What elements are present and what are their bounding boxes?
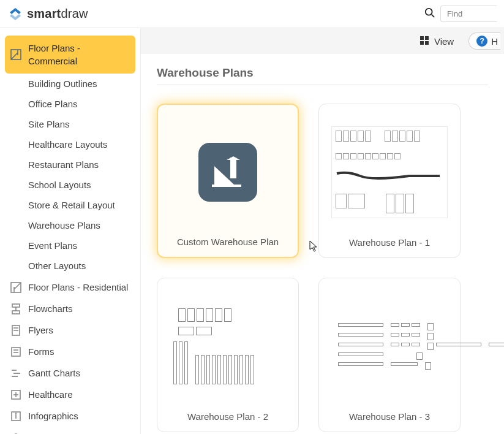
category-floor-plans-commercial[interactable]: Floor Plans - Commercial	[5, 36, 135, 74]
landscape-icon	[10, 432, 22, 435]
card-label: Warehouse Plan - 2	[187, 411, 268, 422]
category-label: Flowcharts	[28, 302, 73, 315]
card-label: Custom Warehouse Plan	[177, 237, 279, 247]
subcategory-list: Building Outlines Office Plans Site Plan…	[5, 74, 135, 276]
view-label: View	[434, 36, 454, 47]
content-area: View ? H Warehouse Plans Custom Warehous…	[141, 28, 504, 434]
help-button[interactable]: ? H	[468, 32, 500, 50]
category-floor-plans-residential[interactable]: Floor Plans - Residential	[5, 277, 135, 297]
sub-event-plans[interactable]: Event Plans	[26, 235, 135, 256]
view-button[interactable]: View	[411, 32, 462, 51]
card-preview	[325, 287, 454, 405]
brand-name: smartdraw	[27, 7, 88, 21]
custom-template-icon	[198, 143, 257, 202]
category-sidebar: Floor Plans - Commercial Building Outlin…	[0, 28, 141, 434]
infographic-icon	[10, 410, 22, 422]
svg-rect-4	[12, 304, 20, 307]
category-landscape-design[interactable]: Landscape Design	[5, 427, 135, 434]
svg-line-1	[432, 15, 435, 18]
svg-rect-35	[425, 36, 429, 40]
svg-rect-36	[420, 41, 424, 45]
brand-logo[interactable]: smartdraw	[7, 6, 88, 22]
category-gantt-charts[interactable]: Gantt Charts	[5, 363, 135, 383]
house-icon	[10, 281, 22, 294]
page-title: Warehouse Plans	[157, 66, 488, 85]
content-toolbar: View ? H	[141, 28, 504, 54]
sub-office-plans[interactable]: Office Plans	[26, 94, 135, 114]
category-forms[interactable]: Forms	[5, 341, 135, 362]
svg-rect-10	[12, 348, 20, 356]
category-label: Floor Plans - Commercial	[28, 42, 130, 67]
template-card-grid: Custom Warehouse Plan Warehouse Plan - 1	[157, 104, 488, 432]
card-warehouse-plan-3[interactable]: Warehouse Plan - 3	[318, 278, 461, 432]
card-warehouse-plan-2[interactable]: Warehouse Plan - 2	[157, 278, 299, 432]
card-preview	[164, 113, 291, 230]
plan-thumbnail	[334, 319, 445, 374]
page-body: Warehouse Plans Custom Warehouse Plan	[141, 54, 504, 434]
card-custom-warehouse-plan[interactable]: Custom Warehouse Plan	[157, 104, 299, 258]
category-flyers[interactable]: Flyers	[5, 320, 135, 340]
floorplan-icon	[10, 48, 22, 61]
gantt-icon	[10, 367, 22, 379]
category-label: Healthcare	[28, 388, 73, 401]
category-flowcharts[interactable]: Flowcharts	[5, 299, 135, 319]
card-warehouse-plan-1[interactable]: Warehouse Plan - 1	[318, 104, 461, 258]
sub-other-layouts[interactable]: Other Layouts	[26, 256, 135, 276]
smartdraw-logo-icon	[7, 6, 23, 22]
search-group	[424, 6, 497, 22]
sub-healthcare-layouts[interactable]: Healthcare Layouts	[26, 134, 135, 154]
category-healthcare[interactable]: Healthcare	[5, 384, 135, 405]
plan-thumbnail	[331, 126, 448, 218]
card-preview	[164, 287, 292, 405]
flyer-icon	[10, 324, 22, 337]
category-label: Flyers	[28, 324, 53, 337]
category-label: Gantt Charts	[28, 367, 80, 379]
form-icon	[10, 346, 22, 358]
card-preview	[325, 113, 454, 231]
sub-warehouse-plans[interactable]: Warehouse Plans	[26, 215, 135, 235]
plan-thumbnail	[170, 300, 286, 392]
grid-icon	[419, 36, 429, 47]
category-label: Floor Plans - Residential	[28, 281, 128, 294]
sub-site-plans[interactable]: Site Plans	[26, 114, 135, 134]
help-label: H	[491, 36, 498, 47]
card-label: Warehouse Plan - 1	[349, 237, 430, 248]
search-input[interactable]	[440, 6, 497, 22]
card-label: Warehouse Plan - 3	[349, 411, 430, 422]
category-label: Landscape Design	[28, 431, 104, 434]
category-infographics[interactable]: Infographics	[5, 406, 135, 426]
sub-restaurant-plans[interactable]: Restaurant Plans	[26, 154, 135, 175]
svg-rect-34	[420, 36, 424, 40]
search-icon[interactable]	[424, 7, 435, 20]
category-label: Infographics	[28, 409, 78, 422]
healthcare-icon	[10, 389, 22, 401]
svg-point-0	[426, 9, 432, 15]
sub-school-layouts[interactable]: School Layouts	[26, 175, 135, 195]
sub-store-retail-layout[interactable]: Store & Retail Layout	[26, 195, 135, 215]
category-label: Forms	[28, 345, 55, 358]
sub-building-outlines[interactable]: Building Outlines	[26, 74, 135, 94]
help-icon: ?	[476, 36, 487, 47]
app-header: smartdraw	[0, 0, 504, 28]
svg-rect-37	[425, 41, 429, 45]
svg-rect-39	[230, 158, 236, 178]
svg-rect-5	[12, 311, 20, 314]
flowchart-icon	[10, 303, 22, 315]
svg-point-21	[16, 413, 17, 414]
